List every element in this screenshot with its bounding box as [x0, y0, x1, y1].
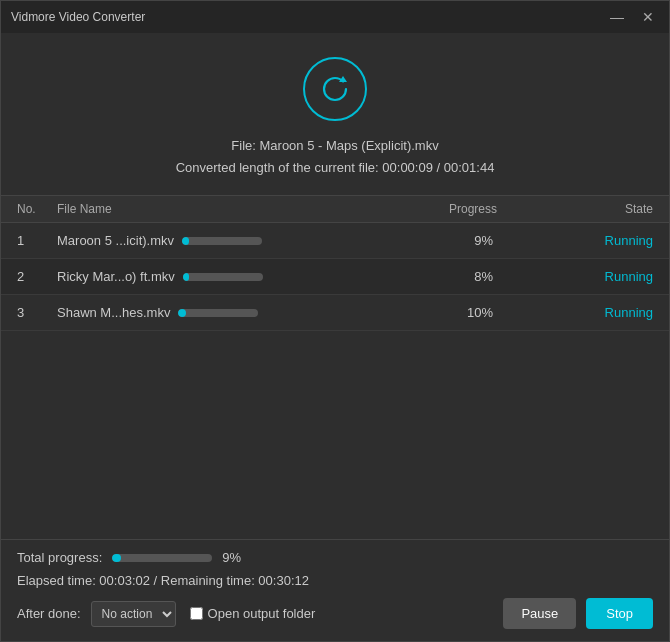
file-line1: File: Maroon 5 - Maps (Explicit).mkv — [176, 135, 495, 157]
time-info: Elapsed time: 00:03:02 / Remaining time:… — [17, 573, 653, 588]
open-folder-row: Open output folder — [190, 606, 316, 621]
refresh-icon-circle — [303, 57, 367, 121]
progress-pct: 10% — [453, 305, 493, 320]
cell-filename: Shawn M...hes.mkv — [57, 305, 373, 320]
pause-button[interactable]: Pause — [503, 598, 576, 629]
cell-progress: 9% — [373, 233, 573, 248]
col-header-state: State — [573, 202, 653, 216]
row-progress-bar-container — [183, 273, 263, 281]
col-header-progress: Progress — [373, 202, 573, 216]
open-folder-checkbox[interactable] — [190, 607, 203, 620]
total-progress-bar-container — [112, 554, 212, 562]
col-header-no: No. — [17, 202, 57, 216]
row-progress-bar-container — [182, 237, 262, 245]
cell-filename: Ricky Mar...o) ft.mkv — [57, 269, 373, 284]
progress-pct: 8% — [453, 269, 493, 284]
main-window: Vidmore Video Converter — ✕ File: Maroon… — [0, 0, 670, 642]
cell-no: 3 — [17, 305, 57, 320]
file-info: File: Maroon 5 - Maps (Explicit).mkv Con… — [176, 135, 495, 179]
stop-button[interactable]: Stop — [586, 598, 653, 629]
table-header: No. File Name Progress State — [1, 195, 669, 223]
row-progress-bar-fill — [182, 237, 189, 245]
minimize-button[interactable]: — — [605, 8, 629, 26]
open-folder-label[interactable]: Open output folder — [208, 606, 316, 621]
row-progress-bar-fill — [178, 309, 186, 317]
table-row: 2 Ricky Mar...o) ft.mkv 8% Running — [1, 259, 669, 295]
row-progress-bar-fill — [183, 273, 189, 281]
table-body: 1 Maroon 5 ...icit).mkv 9% Running 2 Ric… — [1, 223, 669, 539]
total-progress-bar-fill — [112, 554, 121, 562]
table-row: 3 Shawn M...hes.mkv 10% Running — [1, 295, 669, 331]
filename-text: Ricky Mar...o) ft.mkv — [57, 269, 175, 284]
cell-no: 2 — [17, 269, 57, 284]
table-row: 1 Maroon 5 ...icit).mkv 9% Running — [1, 223, 669, 259]
total-progress-row: Total progress: 9% — [17, 550, 653, 565]
window-title: Vidmore Video Converter — [11, 10, 605, 24]
refresh-icon — [319, 73, 351, 105]
cell-state: Running — [573, 305, 653, 320]
file-line2: Converted length of the current file: 00… — [176, 157, 495, 179]
close-button[interactable]: ✕ — [637, 8, 659, 26]
bottom-section: Total progress: 9% Elapsed time: 00:03:0… — [1, 539, 669, 641]
title-controls: — ✕ — [605, 8, 659, 26]
cell-state: Running — [573, 269, 653, 284]
after-done-select[interactable]: No action — [91, 601, 176, 627]
footer-controls: After done: No action Open output folder… — [17, 598, 653, 641]
col-header-filename: File Name — [57, 202, 373, 216]
after-done-label: After done: — [17, 606, 81, 621]
conversion-header: File: Maroon 5 - Maps (Explicit).mkv Con… — [1, 33, 669, 195]
row-progress-bar-container — [178, 309, 258, 317]
cell-progress: 8% — [373, 269, 573, 284]
total-progress-pct: 9% — [222, 550, 241, 565]
progress-pct: 9% — [453, 233, 493, 248]
filename-text: Maroon 5 ...icit).mkv — [57, 233, 174, 248]
total-progress-label: Total progress: — [17, 550, 102, 565]
cell-filename: Maroon 5 ...icit).mkv — [57, 233, 373, 248]
cell-progress: 10% — [373, 305, 573, 320]
title-bar: Vidmore Video Converter — ✕ — [1, 1, 669, 33]
cell-no: 1 — [17, 233, 57, 248]
filename-text: Shawn M...hes.mkv — [57, 305, 170, 320]
cell-state: Running — [573, 233, 653, 248]
